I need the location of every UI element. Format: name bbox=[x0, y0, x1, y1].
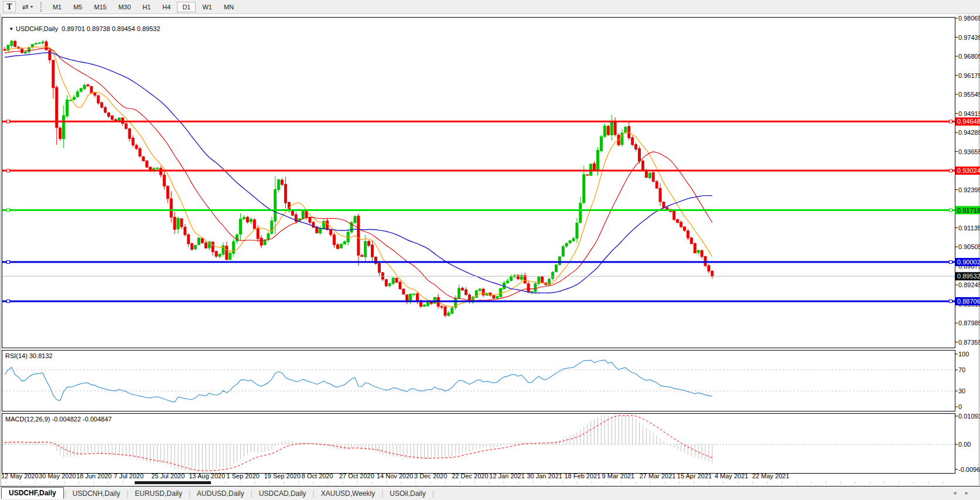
bull-candle-body bbox=[479, 289, 481, 291]
tab-separator: | bbox=[381, 489, 383, 498]
date-axis-label: 9 Mar 2021 bbox=[602, 472, 635, 479]
timeframe-button-m15[interactable]: M15 bbox=[88, 2, 111, 12]
level-line-handle bbox=[950, 300, 952, 302]
date-axis-label: 22 Dec 2020 bbox=[452, 472, 488, 479]
bear-candle-body bbox=[586, 175, 589, 175]
price-axis-label: 0.91135 bbox=[958, 225, 980, 232]
bear-candle-body bbox=[395, 278, 398, 282]
bear-candle-body bbox=[527, 284, 530, 292]
bull-candle-body bbox=[500, 288, 502, 297]
rsi-axis-label: 70 bbox=[958, 366, 965, 373]
tab-scroll-arrows[interactable]: ◄► bbox=[952, 490, 976, 496]
tabs: USDCHF,Daily|USDCNH,Daily|EURUSD,Daily|A… bbox=[1, 488, 435, 499]
bear-candle-body bbox=[652, 172, 654, 181]
bear-candle-body bbox=[49, 50, 51, 60]
bear-candle-body bbox=[444, 307, 446, 315]
tab-separator: | bbox=[127, 489, 128, 498]
date-axis-label: 4 May 2021 bbox=[715, 472, 748, 479]
bull-candle-body bbox=[194, 245, 197, 249]
chart-tab-usdchf[interactable]: USDCHF,Daily bbox=[1, 487, 64, 499]
tab-scroll-left-icon[interactable]: ◄ bbox=[952, 490, 964, 496]
tab-separator: | bbox=[313, 489, 315, 498]
chart-tab-audusd[interactable]: AUDUSD,Daily bbox=[191, 488, 250, 499]
bull-candle-body bbox=[603, 126, 606, 137]
bear-candle-body bbox=[253, 220, 255, 229]
bear-candle-body bbox=[309, 217, 311, 222]
bear-candle-body bbox=[139, 149, 141, 157]
bear-candle-body bbox=[163, 175, 165, 186]
bull-candle-body bbox=[267, 234, 269, 240]
bear-candle-body bbox=[631, 138, 634, 145]
collapse-arrow-icon[interactable]: ▼ bbox=[9, 26, 13, 32]
bear-candle-body bbox=[97, 96, 100, 103]
level-price-tag-label: 0.91718 bbox=[957, 207, 980, 214]
chart-tab-eurusd[interactable]: EURUSD,Daily bbox=[129, 488, 188, 499]
chart-window-background bbox=[0, 14, 980, 486]
bear-candle-body bbox=[336, 245, 339, 249]
bear-candle-body bbox=[246, 217, 248, 222]
bull-candle-body bbox=[76, 92, 78, 97]
bull-candle-body bbox=[274, 189, 276, 221]
price-axis-label: 0.97435 bbox=[958, 34, 980, 41]
price-axis-label: 0.95545 bbox=[958, 91, 980, 98]
date-axis-label: 25 Jul 2020 bbox=[151, 472, 185, 479]
bull-candle-body bbox=[271, 221, 273, 233]
chart-tab-usoil[interactable]: USOil,Daily bbox=[384, 488, 431, 499]
level-price-tag-label: 0.93024 bbox=[957, 167, 980, 174]
chart-tab-usdcad[interactable]: USDCAD,Daily bbox=[253, 488, 312, 499]
bull-candle-body bbox=[555, 265, 557, 272]
level-line-handle bbox=[7, 169, 10, 172]
timeframe-button-h1[interactable]: H1 bbox=[137, 2, 156, 12]
timeframe-button-h4[interactable]: H4 bbox=[157, 2, 176, 12]
text-tool-button[interactable]: T bbox=[3, 1, 16, 12]
bear-candle-body bbox=[101, 103, 103, 107]
bull-candle-body bbox=[69, 100, 71, 101]
bear-candle-body bbox=[87, 85, 89, 86]
chart-tab-xauusd[interactable]: XAUUSD,Weekly bbox=[315, 488, 381, 499]
bear-candle-body bbox=[94, 93, 96, 96]
level-line-handle bbox=[950, 120, 952, 123]
bull-candle-body bbox=[531, 291, 533, 292]
cycle-charts-button[interactable]: ⇄ ▾ bbox=[21, 1, 35, 12]
tab-scroll-right-icon[interactable]: ► bbox=[964, 490, 976, 496]
chart-tab-usdcnh[interactable]: USDCNH,Daily bbox=[67, 488, 126, 499]
timeframe-button-mn[interactable]: MN bbox=[218, 2, 239, 12]
bull-candle-body bbox=[583, 175, 585, 203]
bull-candle-body bbox=[31, 45, 33, 47]
timeframe-button-w1[interactable]: W1 bbox=[197, 2, 217, 12]
bull-candle-body bbox=[250, 219, 252, 222]
bear-candle-body bbox=[378, 263, 380, 272]
level-price-tag-label: 0.94648 bbox=[957, 118, 980, 125]
bull-candle-body bbox=[458, 288, 460, 298]
bull-candle-body bbox=[423, 305, 425, 306]
price-axis-label: 0.94285 bbox=[958, 129, 980, 136]
bull-candle-body bbox=[624, 127, 627, 132]
timeframe-button-m1[interactable]: M1 bbox=[47, 2, 67, 12]
bull-candle-body bbox=[177, 218, 179, 229]
bear-candle-body bbox=[204, 243, 207, 248]
bull-candle-body bbox=[83, 85, 86, 89]
level-price-tag-label: 0.88706 bbox=[957, 298, 980, 305]
bear-candle-body bbox=[111, 116, 114, 120]
timeframe-button-d1[interactable]: D1 bbox=[177, 2, 196, 12]
bull-candle-body bbox=[240, 219, 242, 234]
price-axis-label: 0.87985 bbox=[958, 319, 980, 326]
bear-candle-body bbox=[135, 145, 138, 149]
bull-candle-body bbox=[343, 242, 346, 244]
bull-candle-body bbox=[507, 281, 509, 283]
bear-candle-body bbox=[166, 186, 169, 199]
bull-candle-body bbox=[413, 294, 415, 294]
bear-candle-body bbox=[361, 256, 363, 257]
date-axis-label: 18 Jun 2020 bbox=[76, 472, 112, 479]
bull-candle-body bbox=[596, 151, 599, 170]
timeframe-button-m5[interactable]: M5 bbox=[68, 2, 87, 12]
bull-candle-body bbox=[600, 137, 602, 151]
bear-candle-body bbox=[104, 107, 107, 112]
timeframe-button-m30[interactable]: M30 bbox=[113, 2, 136, 12]
bull-candle-body bbox=[610, 121, 613, 135]
level-line-handle bbox=[950, 209, 952, 212]
bear-candle-body bbox=[635, 145, 637, 149]
chart-canvas[interactable]: 0.980650.974350.968050.961750.955450.949… bbox=[0, 0, 980, 500]
bull-candle-body bbox=[243, 217, 245, 219]
scrollbar-thumb[interactable] bbox=[135, 481, 211, 484]
